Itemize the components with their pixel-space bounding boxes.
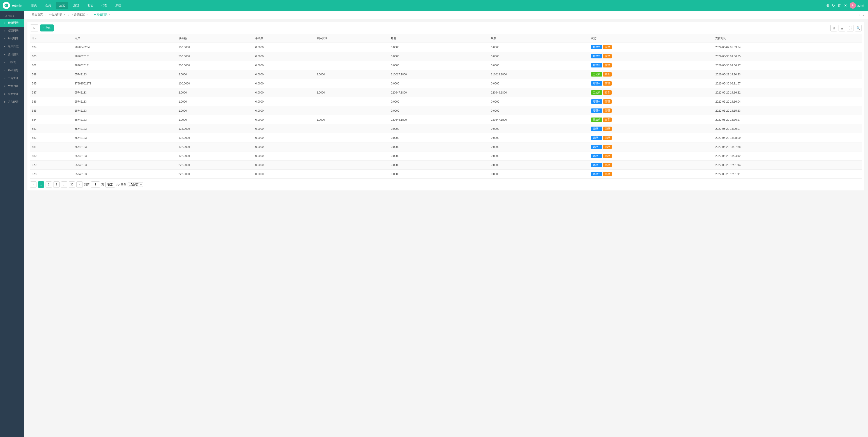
cell-amount: 500.0000 (177, 61, 254, 70)
badge-processing[interactable]: 处理中 (591, 108, 602, 113)
sidebar-item-stats[interactable]: ≡ 统计报表 (0, 51, 24, 59)
nav-item-agents[interactable]: 代理 (98, 2, 111, 9)
export-button[interactable]: ↑ 导出 (40, 25, 54, 31)
nav-item-home[interactable]: 首页 (28, 2, 40, 9)
badge-manage[interactable]: 管理 (603, 54, 612, 59)
close-icon[interactable]: ✕ (844, 3, 847, 8)
page-prev-arrow[interactable]: ‹ (30, 181, 36, 188)
sidebar-item-article-list[interactable]: ≡ 文章列表 (0, 82, 24, 90)
settings-icon[interactable]: ⚙ (826, 3, 829, 8)
badge-manage[interactable]: 管理 (603, 145, 612, 149)
badge-processing[interactable]: 处理中 (591, 99, 602, 104)
page-btn-3[interactable]: 3 (53, 181, 60, 188)
badge-manage[interactable]: 管理 (603, 81, 612, 86)
refresh-button[interactable]: ↻ (30, 25, 38, 31)
sidebar-item-language[interactable]: ≡ 语言配置 (0, 98, 24, 106)
bc-dot-recharge (94, 14, 96, 15)
cell-amount: 122.0000 (177, 142, 254, 152)
bc-tab-commission[interactable]: 分佣配置 ✕ (69, 11, 90, 18)
page-btn-30[interactable]: 30 (69, 181, 75, 188)
cell-user: 65742183 (73, 70, 177, 79)
sidebar-item-ad-manage[interactable]: ≡ 广告管理 (0, 74, 24, 82)
delete-icon[interactable]: 🗑 (838, 3, 841, 7)
breadcrumb-next-arrow[interactable]: › (858, 13, 861, 16)
cell-user: 65742183 (73, 142, 177, 152)
sidebar-item-basic-info[interactable]: ≡ 基础信息 (0, 66, 24, 74)
cell-id: 586 (30, 97, 73, 106)
cell-amount: 122.0000 (177, 133, 254, 142)
goto-confirm-button[interactable]: 确定 (105, 181, 115, 188)
badge-success[interactable]: 已成功 (591, 72, 602, 76)
page-size-select[interactable]: 15条/页 30条/页 50条/页 (128, 182, 143, 187)
nav-item-members[interactable]: 会员 (42, 2, 54, 9)
sort-icon-id[interactable]: ⇅ (35, 37, 37, 40)
badge-manage[interactable]: 管理 (603, 172, 612, 176)
badge-manage[interactable]: 管理 (603, 45, 612, 49)
cell-actual-change (315, 97, 389, 106)
bc-close-recharge[interactable]: ✕ (109, 13, 111, 16)
badge-processing[interactable]: 处理中 (591, 154, 602, 158)
cell-status: 已成功查看 (589, 70, 714, 79)
sidebar-item-daily[interactable]: ≡ 日报表 (0, 59, 24, 66)
sidebar-section-header: B 会员服务 (0, 13, 24, 19)
badge-manage[interactable]: 管理 (603, 108, 612, 113)
goto-page-input[interactable] (91, 181, 100, 188)
column-setting-button[interactable]: ⊞ (830, 25, 837, 31)
badge-processing[interactable]: 处理中 (591, 127, 602, 131)
badge-manage[interactable]: 查看 (603, 117, 612, 122)
logo: A Admin (3, 2, 23, 9)
badge-manage[interactable]: 管理 (603, 136, 612, 140)
col-header-original: 原有 (389, 34, 489, 43)
nav-item-games[interactable]: 游戏 (70, 2, 82, 9)
sidebar-item-account-log[interactable]: ≡ 账户日志 (0, 42, 24, 51)
sidebar-item-recharge-list[interactable]: ≡ 充值列表 (0, 19, 24, 27)
sidebar-item-category[interactable]: ≡ 分类管理 (0, 90, 24, 98)
badge-processing[interactable]: 处理中 (591, 163, 602, 167)
nav-item-system[interactable]: 系统 (112, 2, 124, 9)
badge-manage[interactable]: 管理 (603, 63, 612, 67)
badge-success[interactable]: 已成功 (591, 90, 602, 95)
badge-manage[interactable]: 管理 (603, 99, 612, 104)
bc-tab-recharge[interactable]: 充值列表 ✕ (92, 11, 113, 18)
badge-processing[interactable]: 处理中 (591, 63, 602, 67)
search-button[interactable]: 🔍 (855, 25, 862, 31)
badge-manage[interactable]: 管理 (603, 163, 612, 167)
bc-close-commission[interactable]: ✕ (86, 13, 88, 16)
badge-manage[interactable]: 查看 (603, 90, 612, 95)
badge-processing[interactable]: 处理中 (591, 54, 602, 59)
sidebar-item-transfer-detail[interactable]: ≡ 划转明细 (0, 35, 24, 42)
badge-manage[interactable]: 管理 (603, 154, 612, 158)
cell-actual-change (315, 152, 389, 161)
cell-fee: 0.0000 (253, 43, 315, 52)
nav-item-locations[interactable]: 地址 (84, 2, 96, 9)
page-btn-2[interactable]: 2 (45, 181, 52, 188)
badge-processing[interactable]: 处理中 (591, 172, 602, 176)
nav-item-operations[interactable]: 运营 (56, 2, 68, 9)
cell-time: 2022-05-29 12:51:14 (713, 161, 862, 170)
print-button[interactable]: 🖨 (839, 25, 845, 31)
badge-processing[interactable]: 处理中 (591, 145, 602, 149)
badge-manage[interactable]: 查看 (603, 72, 612, 76)
fullscreen-button[interactable]: ⛶ (847, 25, 854, 31)
refresh-icon[interactable]: ↻ (832, 3, 835, 8)
page-btn-1[interactable]: 1 (38, 181, 44, 188)
breadcrumb-prev-arrow[interactable]: ‹ (27, 13, 29, 16)
badge-processing[interactable]: 处理中 (591, 81, 602, 86)
badge-manage[interactable]: 管理 (603, 127, 612, 131)
badge-processing[interactable]: 处理中 (591, 45, 602, 49)
col-header-actual-change: 实际变动 (315, 34, 389, 43)
breadcrumb-down-arrow[interactable]: ⌄ (861, 13, 865, 16)
badge-success[interactable]: 已成功 (591, 117, 602, 122)
table-row: 58265742183122.00000.00000.00000.0000处理中… (30, 133, 862, 142)
cell-fee: 0.0000 (253, 70, 315, 79)
bc-tab-members[interactable]: 会员列表 ✕ (47, 11, 68, 18)
sidebar-item-withdraw-list[interactable]: ≡ 提现列表 (0, 27, 24, 35)
page-next-arrow[interactable]: › (76, 181, 83, 188)
cell-original: 0.0000 (389, 61, 489, 70)
article-icon: ≡ (3, 85, 6, 88)
user-info[interactable]: A admin (850, 2, 865, 9)
bc-tab-home[interactable]: 后台首页 (30, 11, 45, 18)
badge-processing[interactable]: 处理中 (591, 136, 602, 140)
bc-close-members[interactable]: ✕ (64, 13, 65, 16)
bc-dot-members (49, 14, 51, 15)
